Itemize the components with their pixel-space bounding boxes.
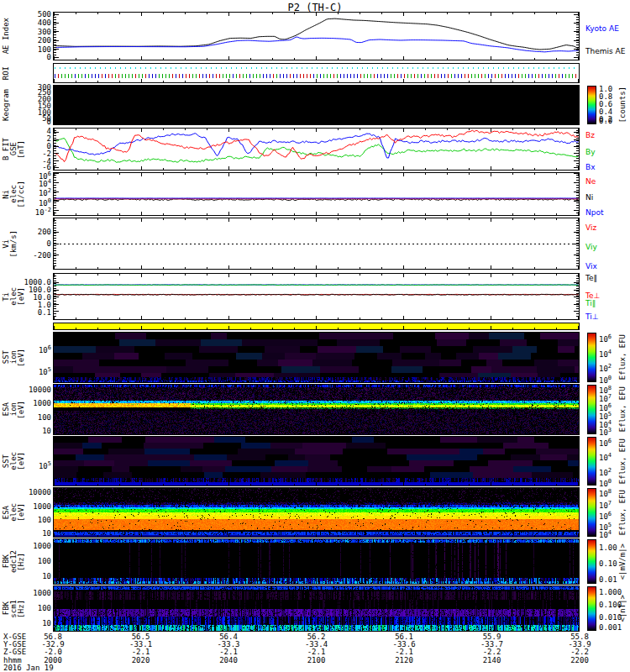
colorbar-tick-label: 104 [599,349,612,359]
plot-area-fbk_scm1 [53,585,580,632]
colorbar-unit-text: <|mV/m|> [618,543,627,580]
panel-esa_elec: ESAelec[eV]10000100010010108107106105104… [0,487,630,538]
y-tick-label: 106 [16,345,51,354]
time-tick-label: 2200 [570,657,589,664]
colorbar-tick-label: 1.00 [599,544,617,552]
plot-area-temperature [53,273,580,320]
colorbar-unit-text: Eflux, EFU [618,386,627,432]
y-tick-label: -6 [16,164,51,171]
colorbar-tick-label: 0.0 [599,118,612,125]
panel-velocity: Vi[km/s]2000-200VizViyVix [0,218,630,270]
ephemeris-zgse-value: -2.1 [132,648,150,656]
plot-area-density [53,172,580,216]
y-tick-label: 4 [16,128,51,135]
plot-area-fbk_edc12 [53,538,580,585]
plot-area-mode_bar [53,323,580,330]
series-label-Ti: Ti⊥ [585,312,599,321]
time-tick-label: 2140 [483,657,501,664]
y-axis-label-roi: ROI [3,63,10,83]
colorbar-tick-label: 106 [599,334,612,344]
colorbar-sst_ion [587,333,596,382]
y-tick-label: 400 [16,19,51,27]
y-tick-label: 104 [16,179,51,188]
line-canvas-bfit [54,129,579,170]
series-label-ThemisAE: Themis AE [585,47,625,55]
line-canvas-ae [54,13,579,60]
y-axis-label-part: Keogram [3,89,10,121]
y-axis-label-part: AE Index [3,18,10,54]
y-tick-label: 300 [16,29,51,36]
y-tick-label: 1000 [16,400,51,407]
y-tick-label: 100 [16,558,51,565]
colorbar-unit-label: [counts] [618,85,627,125]
ephemeris-zgse-value: -2.1 [219,648,238,656]
y-axis-label-keogram: Keogram [3,85,10,125]
panel-sst_ion: SSTion[eV]106105106104102100Eflux, EFU [0,332,630,383]
colorbar-unit-label: Eflux, EFU [618,487,627,538]
plot-area-ae [53,12,580,60]
colorbar-unit-label: Eflux, EFU [618,436,627,486]
y-tick-label: 2 [16,135,51,143]
series-label-Ti: Ti∥ [585,299,596,307]
y-tick-label: 0 [16,118,51,126]
series-label-By: By [585,148,596,156]
colorbar-tick-label: 102 [599,468,612,477]
ephemeris-zgse-value: -2.2 [483,648,501,656]
spectrogram-canvas-roi [54,64,579,82]
y-tick-label: -200 [16,252,51,260]
y-axis-label-part: ROI [3,66,10,80]
ephemeris-zgse-value: -2.2 [570,648,589,656]
series-label-Viz: Viz [585,223,596,232]
colorbar-sst_elec [587,437,596,486]
y-tick-label: 10000 [16,489,51,496]
panel-mode_bar [0,323,630,330]
spectrogram-canvas-keogram [54,86,579,124]
series-label-Ni: Ni [585,193,593,202]
plot-area-esa_elec [53,487,580,538]
date-label: 2016 Jan 19 [3,664,54,672]
plot-area-sst_elec [53,436,580,486]
plot-area-bfit [53,128,580,171]
plot-area-sst_ion [53,332,580,383]
plot-area-keogram [53,85,580,125]
line-canvas-density [54,173,579,215]
colorbar-tick-label: 108 [599,489,612,498]
colorbar-unit-label: Eflux, EFU [618,384,627,435]
series-label-Viy: Viy [585,243,597,251]
plot-area-esa_ion [53,384,580,435]
time-tick-label: 2020 [132,657,150,664]
line-canvas-velocity [54,218,579,269]
panel-fbk_edc12: FBKedc12[Hz]1000100101.000.100.01<|mV/m|… [0,538,630,585]
y-tick-label: 100 [16,605,51,612]
y-tick-label: 10-2 [16,207,51,217]
panel-roi: ROI [0,63,630,83]
colorbar-keogram [587,86,596,124]
colorbar-fbk_scm1 [587,586,596,631]
y-tick-label: 100 [16,46,51,54]
colorbar-esa_ion [587,385,596,434]
spectrogram-canvas-fbk_scm1 [54,586,579,631]
y-tick-label: 10 [16,573,51,580]
y-tick-label: 0.1 [16,309,51,317]
y-tick-label: 10000 [16,386,51,394]
y-tick-label: 10 [16,530,51,538]
y-tick-label: 100 [16,198,51,207]
y-tick-label: 10 [16,620,51,627]
y-tick-label: 500 [16,11,51,18]
spectrogram-canvas-esa_elec [54,488,579,537]
y-tick-label: 200 [16,37,51,45]
series-label-Bx: Bx [585,163,596,171]
time-tick-label: 2100 [307,657,326,664]
y-axis-label-ae: AE Index [3,12,10,60]
ephemeris-zgse-value: -2.0 [44,648,62,656]
spectrogram-canvas-fbk_edc12 [54,539,579,584]
spectrogram-canvas-esa_ion [54,385,579,434]
colorbar-fbk_edc12 [587,539,596,584]
spectrogram-canvas-mode_bar [54,323,579,329]
y-tick-label: 0 [16,54,51,61]
y-tick-label: 1000 [16,503,51,511]
colorbar-tick-label: 104 [599,453,612,462]
colorbar-unit-text: [counts] [618,87,627,123]
tplot-summary-figure: P2 (TH-C) AE Index5004003002001000Kyoto … [0,0,630,672]
y-tick-label: 1000 [16,590,51,597]
